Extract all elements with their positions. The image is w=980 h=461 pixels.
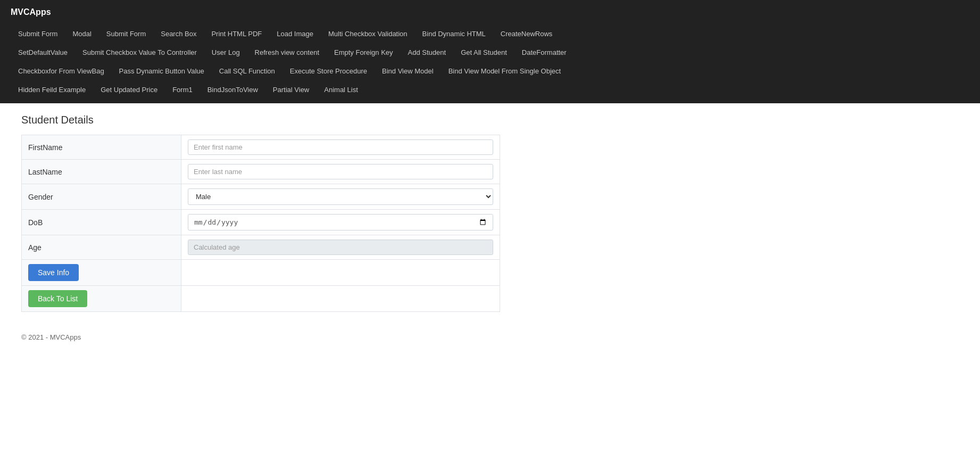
student-details-table: FirstName LastName Gender MaleFemaleOthe… [21, 135, 500, 312]
nav-call-sql[interactable]: Call SQL Function [212, 62, 283, 80]
nav-animal-list[interactable]: Animal List [317, 80, 366, 99]
dob-row: DoB [22, 210, 500, 235]
nav-user-log[interactable]: User Log [204, 43, 247, 62]
age-label: Age [22, 235, 181, 260]
nav-create-new-rows[interactable]: CreateNewRows [493, 24, 560, 43]
nav-date-formatter[interactable]: DateFormatter [514, 43, 574, 62]
nav-multi-checkbox[interactable]: Multi Checkbox Validation [321, 24, 415, 43]
age-input [188, 240, 493, 255]
nav-row-1: Submit FormModalSubmit FormSearch BoxPri… [11, 24, 969, 43]
main-content: Student Details FirstName LastName Gende… [0, 103, 980, 323]
nav-row-2: SetDefaultValueSubmit Checkbox Value To … [11, 43, 969, 62]
nav-modal[interactable]: Modal [65, 24, 98, 43]
nav-set-default-value[interactable]: SetDefaultValue [11, 43, 75, 62]
dob-input[interactable] [188, 214, 493, 230]
gender-label: Gender [22, 184, 181, 210]
nav-add-student[interactable]: Add Student [401, 43, 454, 62]
nav-get-updated-price[interactable]: Get Updated Price [93, 80, 165, 99]
nav-bind-view-model[interactable]: Bind View Model [375, 62, 441, 80]
nav-refresh-view[interactable]: Refresh view content [247, 43, 327, 62]
brand-link[interactable]: MVCApps [11, 0, 51, 24]
navbar: MVCApps Submit FormModalSubmit FormSearc… [0, 0, 980, 103]
nav-partial-view[interactable]: Partial View [265, 80, 317, 99]
save-button[interactable]: Save Info [28, 264, 79, 281]
nav-bind-view-model-single[interactable]: Bind View Model From Single Object [441, 62, 568, 80]
nav-print-html-pdf[interactable]: Print HTML PDF [204, 24, 269, 43]
nav-bind-dynamic-html[interactable]: Bind Dynamic HTML [415, 24, 493, 43]
nav-load-image[interactable]: Load Image [269, 24, 321, 43]
firstname-input[interactable] [188, 139, 493, 155]
nav-hidden-field[interactable]: Hidden Feild Example [11, 80, 93, 99]
nav-get-all-student[interactable]: Get All Student [453, 43, 514, 62]
nav-form1[interactable]: Form1 [165, 80, 200, 99]
nav-checkboxfor[interactable]: Checkboxfor From ViewBag [11, 62, 112, 80]
lastname-label: LastName [22, 160, 181, 184]
lastname-input[interactable] [188, 164, 493, 179]
nav-pass-dynamic[interactable]: Pass Dynamic Button Value [112, 62, 212, 80]
firstname-row: FirstName [22, 135, 500, 160]
footer-text: © 2021 - MVCApps [21, 333, 81, 341]
dob-label: DoB [22, 210, 181, 235]
lastname-row: LastName [22, 160, 500, 184]
firstname-label: FirstName [22, 135, 181, 160]
save-row: Save Info [22, 260, 500, 286]
footer: © 2021 - MVCApps [0, 323, 980, 352]
age-row: Age [22, 235, 500, 260]
nav-row-4: Hidden Feild ExampleGet Updated PriceFor… [11, 80, 969, 99]
nav-bind-json[interactable]: BindJsonToView [200, 80, 265, 99]
nav-submit-form-1[interactable]: Submit Form [11, 24, 65, 43]
nav-empty-foreign-key[interactable]: Empty Foreign Key [327, 43, 401, 62]
page-title: Student Details [21, 114, 959, 126]
nav-search-box[interactable]: Search Box [153, 24, 204, 43]
back-button[interactable]: Back To List [28, 290, 87, 307]
back-row: Back To List [22, 286, 500, 312]
nav-submit-checkbox[interactable]: Submit Checkbox Value To Controller [75, 43, 204, 62]
gender-row: Gender MaleFemaleOther [22, 184, 500, 210]
gender-select[interactable]: MaleFemaleOther [188, 188, 493, 205]
nav-submit-form-2[interactable]: Submit Form [99, 24, 153, 43]
nav-rows: Submit FormModalSubmit FormSearch BoxPri… [11, 24, 969, 103]
nav-row-3: Checkboxfor From ViewBagPass Dynamic But… [11, 62, 969, 80]
nav-execute-store[interactable]: Execute Store Procedure [283, 62, 375, 80]
